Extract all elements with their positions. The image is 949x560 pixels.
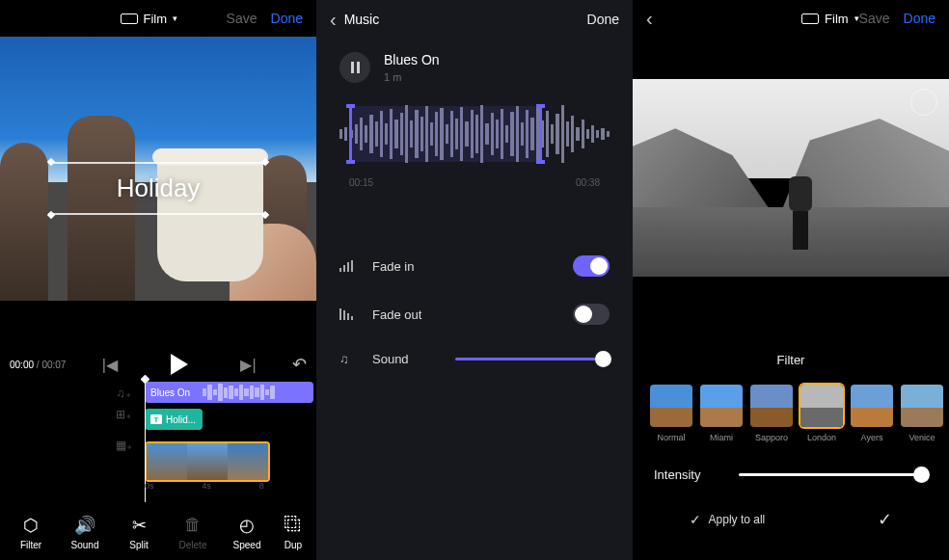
filter-label: Ayers xyxy=(861,433,883,442)
filter-tool[interactable]: ⬡Filter xyxy=(4,515,58,550)
timeline[interactable]: ♫₊ ⊞₊ ▦₊ Blues On T Holid... 0s 4s 8 xyxy=(0,382,316,502)
song-duration: 1 m xyxy=(384,71,440,83)
title-track[interactable]: T Holid... xyxy=(145,409,203,430)
title-text: Holiday xyxy=(48,164,268,213)
back-button[interactable]: ‹ xyxy=(330,9,337,31)
title-track-label: Holid... xyxy=(166,414,196,425)
delete-tool[interactable]: 🗑Delete xyxy=(166,515,220,550)
fade-out-row: Fade out xyxy=(316,290,633,338)
sound-label: Sound xyxy=(372,352,409,366)
music-track-label: Blues On xyxy=(150,387,190,398)
play-button[interactable] xyxy=(171,354,188,375)
video-clip[interactable] xyxy=(228,443,268,480)
save-button[interactable]: Save xyxy=(859,11,890,26)
waveform-selection[interactable] xyxy=(349,106,542,162)
aspect-label: Film xyxy=(825,12,849,26)
fade-out-icon xyxy=(339,308,359,320)
trash-icon: 🗑 xyxy=(184,515,202,536)
pause-icon xyxy=(351,62,360,73)
bottom-toolbar: ⬡Filter 🔊Sound ✂Split 🗑Delete ◴Speed ⿻Du… xyxy=(0,504,316,560)
intensity-row: Intensity xyxy=(633,442,949,482)
chevron-down-icon: ▾ xyxy=(173,13,177,23)
done-button[interactable]: Done xyxy=(904,11,935,26)
fade-out-toggle[interactable] xyxy=(573,304,610,325)
filter-list[interactable]: NormalMiamiSapporoLondonAyersVenice xyxy=(633,367,949,442)
wave-start-time: 00:15 xyxy=(349,177,373,188)
filter-top-bar: ‹ Film ▾ Save Done xyxy=(633,0,949,37)
preview-frame xyxy=(633,79,949,277)
editor-pane: Film ▾ Save Done Holiday 00:00 / 00:07 |… xyxy=(0,0,316,560)
aspect-label: Film xyxy=(144,12,168,26)
apply-row: ✓ Apply to all ✓ xyxy=(633,509,949,530)
music-pane: ‹ Music Done Blues On 1 m 00:15 00:38 Fa… xyxy=(316,0,633,560)
video-preview[interactable]: Holiday xyxy=(0,37,316,301)
intensity-label: Intensity xyxy=(654,467,700,482)
waveform[interactable] xyxy=(339,102,610,166)
sound-slider[interactable] xyxy=(455,358,610,360)
filter-london[interactable]: London xyxy=(800,385,843,442)
prev-button[interactable]: |◀ xyxy=(102,356,118,374)
music-track[interactable]: Blues On xyxy=(145,382,313,403)
filter-label: Miami xyxy=(710,433,733,442)
aspect-selector[interactable]: Film ▾ xyxy=(121,12,178,26)
fade-in-icon xyxy=(339,260,359,272)
duplicate-tool[interactable]: ⿻Dup xyxy=(274,515,312,550)
video-track[interactable] xyxy=(145,441,270,482)
back-button[interactable]: ‹ xyxy=(646,8,653,30)
filter-thumb xyxy=(901,385,943,427)
waveform-times: 00:15 00:38 xyxy=(316,172,633,188)
filter-label: Venice xyxy=(908,433,935,442)
aspect-selector[interactable]: Film ▾ xyxy=(801,12,859,26)
song-header: Blues On 1 m xyxy=(316,39,633,89)
check-icon: ✓ xyxy=(690,512,701,527)
time-ruler: 0s 4s 8 xyxy=(145,481,316,494)
film-rect-icon xyxy=(801,13,819,24)
apply-to-all-button[interactable]: ✓ Apply to all xyxy=(690,512,766,527)
wave-end-time: 00:38 xyxy=(576,177,600,188)
speed-tool[interactable]: ◴Speed xyxy=(220,515,274,550)
done-button[interactable]: Done xyxy=(587,12,619,27)
filter-label: Sapporo xyxy=(755,433,788,442)
text-icon: T xyxy=(150,414,162,424)
music-note-icon: ♫ xyxy=(339,352,359,366)
filter-label: Normal xyxy=(657,433,685,442)
video-preview[interactable] xyxy=(633,37,949,324)
timecode: 00:00 / 00:07 xyxy=(10,360,66,370)
intensity-slider[interactable] xyxy=(739,473,928,476)
filter-sapporo[interactable]: Sapporo xyxy=(750,385,793,442)
gauge-icon: ◴ xyxy=(239,515,255,536)
music-top-bar: ‹ Music Done xyxy=(316,0,633,39)
filter-venice[interactable]: Venice xyxy=(901,385,943,442)
editor-top-bar: Film ▾ Save Done xyxy=(0,0,316,37)
check-icon: ✓ xyxy=(878,509,892,530)
duplicate-icon: ⿻ xyxy=(285,515,302,536)
fade-in-toggle[interactable] xyxy=(573,255,610,277)
music-lane-icon[interactable]: ♫₊ xyxy=(116,386,131,401)
filter-thumb xyxy=(750,385,793,427)
sound-tool[interactable]: 🔊Sound xyxy=(58,515,112,550)
sound-row: ♫ Sound xyxy=(316,338,633,380)
split-tool[interactable]: ✂Split xyxy=(112,515,166,550)
filter-thumb xyxy=(851,385,893,427)
video-clip[interactable] xyxy=(147,443,187,480)
title-lane-icon[interactable]: ⊞₊ xyxy=(116,407,131,422)
film-rect-icon xyxy=(121,13,138,24)
pause-button[interactable] xyxy=(339,52,370,83)
fade-in-label: Fade in xyxy=(372,259,414,274)
section-title: Filter xyxy=(633,353,949,367)
undo-button[interactable]: ↶ xyxy=(292,354,307,375)
done-button[interactable]: Done xyxy=(271,11,303,26)
save-button[interactable]: Save xyxy=(227,11,258,26)
fade-in-row: Fade in xyxy=(316,242,633,290)
next-button[interactable]: ▶| xyxy=(240,356,256,374)
video-lane-icon[interactable]: ▦₊ xyxy=(116,438,131,453)
filter-miami[interactable]: Miami xyxy=(700,385,743,442)
sound-icon: 🔊 xyxy=(74,515,95,536)
video-clip[interactable] xyxy=(187,443,228,480)
page-title: Music xyxy=(344,12,587,27)
confirm-button[interactable]: ✓ xyxy=(878,509,892,530)
filter-thumb xyxy=(650,385,692,427)
title-overlay[interactable]: Holiday xyxy=(48,162,268,215)
filter-normal[interactable]: Normal xyxy=(650,385,692,442)
filter-ayers[interactable]: Ayers xyxy=(851,385,893,442)
